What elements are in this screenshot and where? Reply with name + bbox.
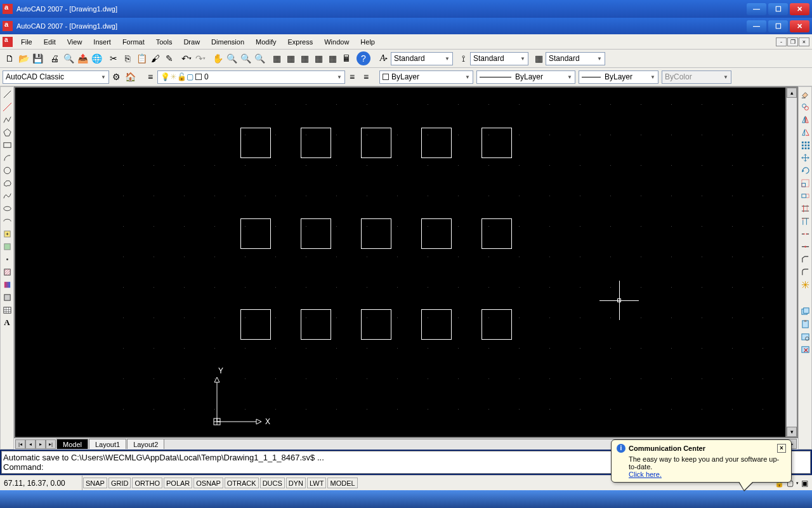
drawn-square[interactable] xyxy=(481,128,512,158)
workspace-settings-button[interactable]: ⚙ xyxy=(109,70,123,84)
layertools1-button[interactable]: ≡ xyxy=(345,70,359,84)
publish-button[interactable]: 📤 xyxy=(75,51,89,65)
drawn-square[interactable] xyxy=(421,218,452,249)
status-model-button[interactable]: MODEL xyxy=(327,478,357,488)
spline-button[interactable] xyxy=(1,190,13,201)
layerprops-button[interactable]: ≡ xyxy=(143,70,157,84)
vertical-scrollbar[interactable]: ▴ ▾ xyxy=(787,88,797,437)
tab-next-button[interactable]: ▸ xyxy=(36,439,46,449)
communication-center-close-button[interactable]: × xyxy=(777,444,786,453)
workspace-dropdown[interactable]: AutoCAD Classic▼ xyxy=(3,70,109,84)
minimize-button[interactable]: — xyxy=(747,3,766,15)
toolpalettes-button[interactable]: ▦ xyxy=(298,51,311,65)
menu-help[interactable]: Help xyxy=(355,36,381,48)
maximize-button[interactable]: ☐ xyxy=(768,3,788,15)
copy-tool-button[interactable] xyxy=(799,101,811,112)
rotate-button[interactable] xyxy=(799,164,811,176)
status-grid-button[interactable]: GRID xyxy=(108,478,131,488)
workspace-lock-button[interactable]: 🏠 xyxy=(123,70,137,84)
status-ortho-button[interactable]: ORTHO xyxy=(132,478,162,488)
menu-insert[interactable]: Insert xyxy=(88,36,117,48)
scale-button[interactable] xyxy=(799,177,811,189)
menu-window[interactable]: Window xyxy=(318,36,355,48)
app-icon-small[interactable] xyxy=(3,37,13,47)
chamfer-button[interactable] xyxy=(799,253,811,265)
status-options-icon[interactable]: ▾ xyxy=(796,481,799,486)
zoom-previous-button[interactable]: 🔍 xyxy=(252,51,266,65)
taskbar[interactable] xyxy=(0,490,812,508)
drawn-square[interactable] xyxy=(361,218,391,249)
mdi-minimize-button[interactable]: - xyxy=(776,37,787,46)
textstyle-dropdown[interactable]: Standard▼ xyxy=(391,52,453,65)
menu-draw[interactable]: Draw xyxy=(178,36,206,48)
ellipsearc-button[interactable] xyxy=(1,215,13,227)
status-dyn-button[interactable]: DYN xyxy=(286,478,306,488)
drawn-square[interactable] xyxy=(481,218,512,249)
drawn-square[interactable] xyxy=(240,128,271,158)
mdi-restore-button[interactable]: ❐ xyxy=(787,37,798,46)
dimstyle-dropdown[interactable]: Standard▼ xyxy=(470,52,528,65)
explode-button[interactable] xyxy=(799,279,811,290)
markup-button[interactable]: ▦ xyxy=(325,51,339,65)
dimstyle-icon[interactable]: ⟟ xyxy=(456,51,470,65)
redo-button[interactable]: ↷▾ xyxy=(193,51,207,65)
point-button[interactable] xyxy=(1,253,13,265)
drawn-square[interactable] xyxy=(301,128,331,158)
extend-button[interactable] xyxy=(799,215,811,227)
array-button[interactable] xyxy=(799,139,811,150)
drawn-square[interactable] xyxy=(421,309,452,340)
color-dropdown[interactable]: ByLayer▼ xyxy=(379,70,473,84)
offset-button[interactable] xyxy=(799,126,811,138)
status-polar-button[interactable]: POLAR xyxy=(164,478,192,488)
window-copy-button[interactable] xyxy=(799,305,811,317)
move-button[interactable] xyxy=(799,152,811,163)
table-button[interactable] xyxy=(1,304,13,316)
menu-view[interactable]: View xyxy=(62,36,88,48)
layertools2-button[interactable]: ≡ xyxy=(359,70,373,84)
mtext-button[interactable]: A xyxy=(1,317,13,328)
gradient-button[interactable] xyxy=(1,279,13,290)
revcloud-button[interactable] xyxy=(1,177,13,189)
region-button[interactable] xyxy=(1,291,13,303)
polygon-button[interactable] xyxy=(1,126,13,138)
drawn-square[interactable] xyxy=(240,218,271,249)
tab-first-button[interactable]: |◂ xyxy=(15,439,25,449)
ellipse-button[interactable] xyxy=(1,203,13,214)
matchprop-button[interactable]: 🖌 xyxy=(148,51,162,65)
properties-button[interactable]: ▦ xyxy=(270,51,284,65)
sheetset-button[interactable]: ▦ xyxy=(311,51,325,65)
circle-button[interactable] xyxy=(1,164,13,176)
cut-button[interactable]: ✂ xyxy=(107,51,121,65)
drawn-square[interactable] xyxy=(481,309,512,340)
tab-layout1[interactable]: Layout1 xyxy=(89,439,126,449)
drawn-square[interactable] xyxy=(361,128,391,158)
menu-format[interactable]: Format xyxy=(117,36,150,48)
tab-layout2[interactable]: Layout2 xyxy=(127,439,164,449)
help-button[interactable]: ? xyxy=(357,51,370,65)
linetype-dropdown[interactable]: ByLayer▼ xyxy=(476,70,575,84)
communication-center-link[interactable]: Click here. xyxy=(629,471,662,478)
inner-maximize-button[interactable]: ☐ xyxy=(768,20,788,32)
pan-button[interactable]: ✋ xyxy=(211,51,225,65)
stretch-button[interactable] xyxy=(799,190,811,201)
menu-file[interactable]: File xyxy=(15,36,38,48)
undo-button[interactable]: ↶▾ xyxy=(180,51,193,65)
insertblock-button[interactable] xyxy=(1,228,13,239)
paste-button[interactable]: 📋 xyxy=(134,51,148,65)
menu-modify[interactable]: Modify xyxy=(250,36,282,48)
polyline-button[interactable] xyxy=(1,114,13,125)
status-ducs-button[interactable]: DUCS xyxy=(260,478,285,488)
drawn-square[interactable] xyxy=(301,309,331,340)
tablestyle-dropdown[interactable]: Standard▼ xyxy=(546,52,605,65)
xline-button[interactable] xyxy=(1,101,13,112)
window-paste-button[interactable] xyxy=(799,318,811,330)
zoom-realtime-button[interactable]: 🔍 xyxy=(225,51,239,65)
drawn-square[interactable] xyxy=(301,218,331,249)
arc-button[interactable] xyxy=(1,152,13,163)
makeblock-button[interactable] xyxy=(1,241,13,252)
menu-dimension[interactable]: Dimension xyxy=(206,36,250,48)
save-button[interactable]: 💾 xyxy=(30,51,44,65)
zoom-window-button[interactable]: 🔍 xyxy=(239,51,252,65)
3dnav-button[interactable]: 🌐 xyxy=(89,51,103,65)
drawing-canvas[interactable]: X Y xyxy=(15,88,785,437)
